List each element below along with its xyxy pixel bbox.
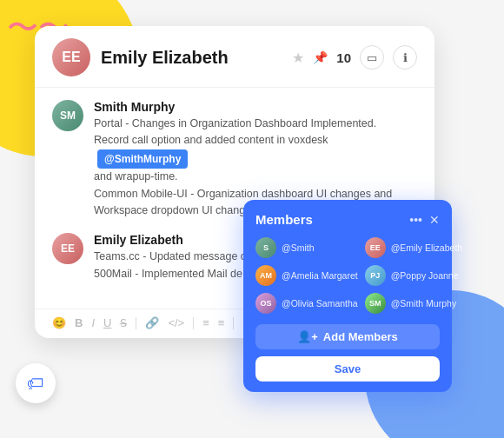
bold-icon[interactable]: B — [75, 316, 83, 329]
save-button[interactable]: Save — [255, 356, 440, 382]
smith-highlight-tag: @SmithMurphy — [97, 149, 188, 169]
member-handle-emily: @Emily Elizabeth — [391, 242, 462, 253]
header-name: Emily Elizabeth — [101, 48, 282, 68]
member-avatar-emily: EE — [365, 237, 386, 258]
code-icon[interactable]: </> — [168, 316, 184, 329]
strikethrough-icon[interactable]: S̶ — [120, 316, 127, 329]
popup-more-button[interactable]: ••• — [409, 213, 422, 227]
toolbar-separator-2 — [193, 317, 194, 329]
pin-icon: 📌 — [313, 50, 328, 64]
italic-icon[interactable]: I — [91, 316, 95, 329]
member-avatar-poppy: PJ — [365, 265, 386, 286]
link-icon[interactable]: 🔗 — [145, 316, 159, 329]
member-avatar-smith: S — [255, 237, 276, 258]
member-avatar-olivia: OS — [255, 293, 276, 314]
member-handle-olivia: @Olivia Samantha — [282, 298, 358, 309]
member-handle-amelia: @Amelia Margaret — [282, 270, 358, 281]
label-icon: 🏷 — [27, 374, 44, 394]
member-emily: EE @Emily Elizabeth — [365, 237, 462, 258]
video-button[interactable]: ▭ — [360, 45, 384, 70]
members-grid: S @Smith EE @Emily Elizabeth AM @Amelia … — [255, 237, 440, 314]
member-handle-poppy: @Poppy Joanne — [391, 270, 459, 281]
header-actions: ★ 📌 10 ▭ ℹ — [292, 45, 417, 70]
header-avatar: EE — [52, 38, 90, 76]
member-poppy: PJ @Poppy Joanne — [365, 265, 462, 286]
member-amelia: AM @Amelia Margaret — [255, 265, 358, 286]
popup-title: Members — [255, 212, 313, 227]
member-smith: S @Smith — [255, 237, 358, 258]
emily-message-avatar: EE — [52, 233, 83, 264]
info-button[interactable]: ℹ — [393, 45, 417, 70]
toolbar-separator — [136, 317, 136, 329]
card-header: EE Emily Elizabeth ★ 📌 10 ▭ ℹ — [35, 26, 434, 88]
toolbar-separator-3 — [233, 317, 234, 329]
members-popup: Members ••• ✕ S @Smith EE @Emily Elizabe… — [243, 200, 452, 392]
member-avatar-amelia: AM — [255, 265, 276, 286]
smith-avatar: SM — [52, 100, 83, 131]
popup-header: Members ••• ✕ — [255, 212, 440, 227]
member-handle-smithm: @Smith Murphy — [391, 298, 456, 309]
popup-actions: ••• ✕ — [409, 213, 440, 227]
member-avatar-smithm: SM — [365, 293, 386, 314]
add-members-icon: 👤+ — [297, 330, 318, 343]
underline-icon[interactable]: U — [103, 316, 111, 329]
add-members-label: Add Members — [323, 330, 398, 343]
member-handle-smith: @Smith — [282, 242, 315, 253]
ordered-list-icon[interactable]: ≡ — [218, 316, 225, 329]
emoji-icon[interactable]: 😊 — [52, 316, 66, 329]
add-members-button[interactable]: 👤+ Add Members — [255, 324, 440, 349]
message-count: 10 — [336, 50, 351, 65]
member-olivia: OS @Olivia Samantha — [255, 293, 358, 314]
star-icon[interactable]: ★ — [292, 50, 304, 66]
popup-close-button[interactable]: ✕ — [429, 213, 440, 227]
member-smithm: SM @Smith Murphy — [365, 293, 462, 314]
smith-name: Smith Murphy — [94, 100, 417, 114]
label-badge[interactable]: 🏷 — [16, 363, 56, 403]
list-icon[interactable]: ≡ — [202, 316, 209, 329]
